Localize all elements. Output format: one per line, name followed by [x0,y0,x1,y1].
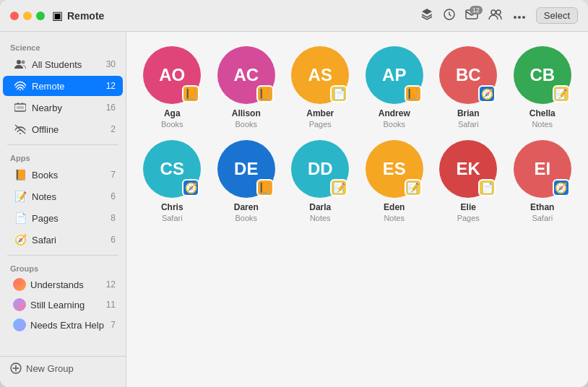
avatar-wrapper: AS 📄 [291,46,349,104]
understands-label: Understands [30,279,102,290]
sidebar-item-still-learning[interactable]: Still Learning 11 [3,295,123,314]
student-card-ap[interactable]: AP 📙 Andrew Books [363,46,426,129]
offline-icon [13,122,27,136]
titlebar-actions: 12 Select [420,7,578,24]
student-card-cs[interactable]: CS 🧭 Chris Safari [141,140,204,222]
student-app-ac: Books [235,120,257,129]
app-badge-es: 📝 [405,179,422,196]
student-card-ao[interactable]: AO 📙 Aga Books [141,46,204,129]
maximize-button[interactable] [36,12,45,20]
student-name-ao: Aga [164,108,181,118]
safari-count: 6 [111,235,116,245]
avatar-wrapper: BC 🧭 [439,46,497,104]
mail-icon[interactable]: 12 [465,9,478,22]
avatar-wrapper: EK 📄 [439,140,497,198]
student-name-ek: Elie [461,202,476,212]
sidebar-item-pages[interactable]: 📄 Pages 8 [3,208,123,228]
student-name-as: Amber [306,108,334,118]
svg-point-8 [22,61,25,64]
student-card-ac[interactable]: AC 📙 Allison Books [215,46,278,129]
sidebar-item-needs-help[interactable]: Needs Extra Help 7 [3,316,123,334]
student-app-es: Notes [384,214,405,222]
sidebar-item-safari[interactable]: 🧭 Safari 6 [3,230,123,250]
student-card-ek[interactable]: EK 📄 Elie Pages [437,140,500,222]
still-learning-label: Still Learning [30,300,102,310]
content-area: AO 📙 Aga Books AC 📙 Allison Books AS 📄 A… [126,32,588,387]
student-app-dd: Notes [310,214,331,222]
minimize-button[interactable] [23,12,32,20]
student-grid: AO 📙 Aga Books AC 📙 Allison Books AS 📄 A… [141,46,574,222]
books-label: Books [32,170,106,181]
still-learning-dot [13,298,26,311]
svg-line-13 [15,125,25,134]
app-badge-bc: 🧭 [478,85,496,103]
offline-count: 2 [111,124,116,134]
window-icon: ▣ [52,9,63,22]
student-card-bc[interactable]: BC 🧭 Brian Safari [437,46,500,129]
safari-label: Safari [32,235,106,245]
still-learning-count: 11 [106,300,116,310]
student-app-ao: Books [161,120,183,129]
more-icon[interactable] [513,9,526,22]
svg-point-2 [491,10,496,14]
sidebar-item-all-students[interactable]: All Students 30 [3,54,123,74]
main-content: Science All Students 30 [0,32,588,387]
sidebar-item-nearby[interactable]: Nearby 16 [3,97,123,118]
notes-icon: 📝 [13,189,27,204]
books-count: 7 [111,170,116,180]
app-badge-ei: 🧭 [553,179,570,196]
student-name-cb: Chella [529,108,555,118]
nearby-label: Nearby [32,103,102,113]
sidebar-item-understands[interactable]: Understands 12 [3,275,123,294]
layers-icon[interactable] [420,7,433,24]
student-name-ei: Ethan [530,202,554,212]
avatar-wrapper: CS 🧭 [143,140,201,198]
student-app-de: Books [235,214,257,222]
student-app-cb: Notes [532,120,553,129]
window-title-area: ▣ Remote [52,9,413,22]
all-students-count: 30 [106,59,116,69]
select-button[interactable]: Select [536,7,578,24]
new-group-button[interactable]: New Group [0,356,126,380]
close-button[interactable] [10,12,19,20]
edit-icon[interactable] [444,9,455,23]
understands-dot [13,278,26,291]
understands-count: 12 [106,279,116,290]
student-card-de[interactable]: DE 📙 Daren Books [215,140,278,222]
remote-icon [13,79,27,93]
needs-help-label: Needs Extra Help [30,320,106,331]
student-name-de: Daren [234,202,259,212]
app-badge-dd: 📝 [330,179,347,196]
svg-point-12 [20,133,21,134]
app-badge-de: 📙 [256,179,274,196]
remote-label: Remote [32,81,102,92]
sidebar-item-books[interactable]: 📙 Books 7 [3,165,123,185]
student-card-ei[interactable]: EI 🧭 Ethan Safari [511,140,574,222]
people-icon[interactable] [488,9,503,23]
sidebar-item-remote[interactable]: Remote 12 [3,76,123,96]
sidebar-item-offline[interactable]: Offline 2 [3,119,123,139]
student-card-dd[interactable]: DD 📝 Darla Notes [289,140,352,222]
titlebar: ▣ Remote 1 [0,0,588,32]
pages-count: 8 [111,213,116,223]
svg-point-9 [20,90,21,91]
apps-section-header: Apps [0,149,126,164]
student-name-ac: Allison [232,108,261,118]
avatar-wrapper: AC 📙 [217,46,275,104]
needs-help-dot [13,318,26,331]
student-card-cb[interactable]: CB 📝 Chella Notes [511,46,574,129]
student-app-ap: Books [383,120,405,129]
nearby-count: 16 [106,103,116,113]
app-badge-ac: 📙 [256,85,274,103]
svg-point-5 [518,16,521,19]
groups-section-header: Groups [0,260,126,274]
student-card-es[interactable]: ES 📝 Eden Notes [363,140,426,222]
app-badge-ao: 📙 [182,85,199,103]
nearby-icon [13,100,27,115]
app-badge-cb: 📝 [553,85,570,103]
sidebar-item-notes[interactable]: 📝 Notes 6 [3,186,123,206]
notes-label: Notes [32,191,106,202]
student-card-as[interactable]: AS 📄 Amber Pages [289,46,352,129]
divider-1 [7,144,118,145]
app-badge-as: 📄 [330,85,347,103]
